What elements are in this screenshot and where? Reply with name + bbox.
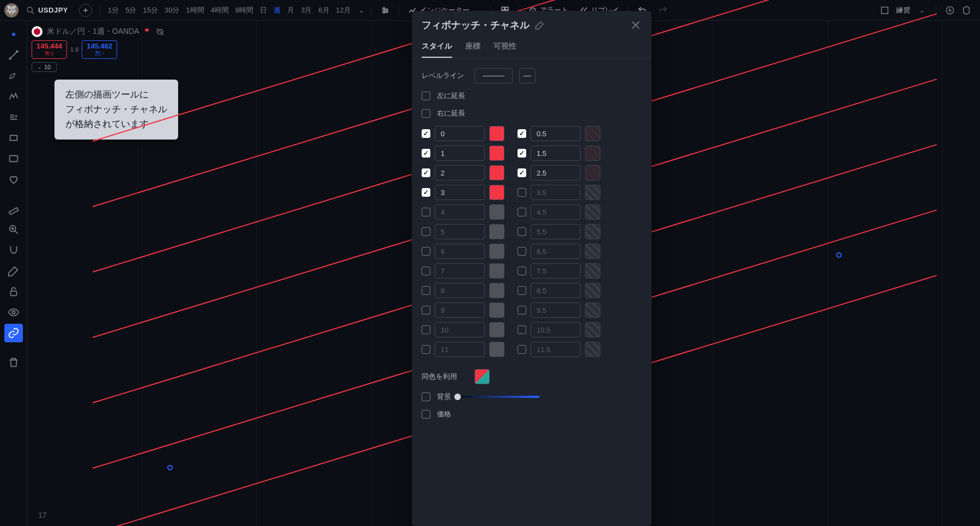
level-input[interactable]: [435, 165, 485, 180]
level-color-swatch[interactable]: [489, 224, 504, 239]
timeframe-5分[interactable]: 5分: [122, 3, 139, 17]
pencil-tool[interactable]: [4, 262, 23, 280]
level-input[interactable]: [531, 126, 581, 141]
price-checkbox[interactable]: [422, 410, 430, 419]
eye-tool[interactable]: [4, 303, 23, 322]
level-color-swatch[interactable]: [489, 185, 504, 200]
level-checkbox[interactable]: [422, 267, 430, 275]
level-checkbox[interactable]: [422, 168, 430, 177]
level-checkbox[interactable]: [422, 247, 430, 256]
pattern-tool[interactable]: [4, 87, 23, 106]
pencil-icon[interactable]: [535, 20, 545, 30]
cursor-tool[interactable]: [4, 25, 23, 44]
level-color-swatch[interactable]: [489, 146, 504, 161]
level-checkbox[interactable]: [422, 227, 430, 236]
layout-square-icon[interactable]: [880, 5, 890, 15]
level-input[interactable]: [531, 146, 581, 161]
ruler-tool[interactable]: [4, 199, 23, 218]
background-checkbox[interactable]: [422, 392, 430, 401]
timeframe-1時間[interactable]: 1時間: [182, 3, 207, 17]
extend-left-checkbox[interactable]: [422, 92, 430, 100]
timeframe-1分[interactable]: 1分: [105, 3, 122, 17]
timeframe-3月[interactable]: 3月: [297, 3, 315, 17]
level-input[interactable]: [531, 263, 581, 279]
level-checkbox[interactable]: [518, 149, 526, 158]
level-input[interactable]: [435, 146, 485, 161]
heart-tool[interactable]: [4, 170, 23, 189]
fib-handle-3[interactable]: [836, 252, 842, 258]
level-input[interactable]: [531, 165, 581, 180]
level-input[interactable]: [531, 283, 581, 298]
level-input[interactable]: [435, 303, 485, 318]
practice-button[interactable]: 練習: [896, 5, 910, 15]
level-input[interactable]: [435, 126, 485, 141]
level-checkbox[interactable]: [422, 149, 430, 158]
link-tool[interactable]: [4, 324, 23, 342]
magnet-tool[interactable]: [4, 241, 23, 259]
level-checkbox[interactable]: [422, 208, 430, 216]
level-checkbox[interactable]: [422, 306, 430, 315]
level-color-swatch[interactable]: [585, 165, 600, 180]
level-input[interactable]: [435, 244, 485, 259]
eye-off-icon[interactable]: [156, 27, 165, 36]
level-color-swatch[interactable]: [585, 263, 600, 279]
level-color-swatch[interactable]: [585, 283, 600, 298]
level-input[interactable]: [531, 244, 581, 259]
timeframe-月[interactable]: 月: [284, 3, 297, 17]
level-color-swatch[interactable]: [585, 244, 600, 259]
level-color-swatch[interactable]: [489, 126, 504, 141]
background-opacity-slider[interactable]: [458, 396, 539, 398]
level-input[interactable]: [435, 263, 485, 279]
line-width-select[interactable]: [519, 68, 535, 83]
forecast-tool[interactable]: [4, 108, 23, 126]
fib-tool[interactable]: [4, 66, 23, 85]
level-checkbox[interactable]: [518, 267, 526, 275]
level-input[interactable]: [435, 204, 485, 220]
timeframe-日[interactable]: 日: [257, 3, 270, 17]
buy-button[interactable]: 145.462 買い: [82, 40, 117, 59]
level-input[interactable]: [531, 303, 581, 318]
level-color-swatch[interactable]: [489, 244, 504, 259]
text-tool[interactable]: [4, 149, 23, 168]
level-color-swatch[interactable]: [585, 204, 600, 220]
fib-handle-1[interactable]: [167, 465, 173, 470]
level-input[interactable]: [435, 322, 485, 337]
level-color-swatch[interactable]: [489, 165, 504, 180]
timeframe-30分[interactable]: 30分: [161, 3, 182, 17]
timeframe-週[interactable]: 週: [270, 3, 284, 17]
level-color-swatch[interactable]: [489, 342, 504, 357]
settings-icon[interactable]: [961, 5, 971, 15]
level-color-swatch[interactable]: [585, 224, 600, 239]
line-style-select[interactable]: [474, 68, 513, 83]
level-input[interactable]: [435, 185, 485, 200]
same-color-swatch[interactable]: [474, 369, 490, 384]
level-input[interactable]: [531, 342, 581, 357]
level-color-swatch[interactable]: [489, 283, 504, 298]
trend-line-tool[interactable]: [4, 46, 23, 64]
trash-tool[interactable]: [4, 353, 23, 372]
level-checkbox[interactable]: [422, 188, 430, 197]
level-checkbox[interactable]: [518, 208, 526, 216]
tab-座標[interactable]: 座標: [465, 37, 480, 58]
level-checkbox[interactable]: [518, 345, 526, 354]
level-checkbox[interactable]: [518, 306, 526, 315]
tab-スタイル[interactable]: スタイル: [422, 37, 452, 58]
level-color-swatch[interactable]: [489, 204, 504, 220]
level-input[interactable]: [435, 224, 485, 239]
timeframe-8時間[interactable]: 8時間: [232, 3, 257, 17]
symbol-search[interactable]: USDJPY: [21, 4, 74, 17]
add-symbol-button[interactable]: [79, 4, 92, 17]
timeframe-12月[interactable]: 12月: [333, 3, 354, 17]
level-input[interactable]: [531, 224, 581, 239]
level-checkbox[interactable]: [422, 286, 430, 295]
level-checkbox[interactable]: [518, 168, 526, 177]
tab-可視性[interactable]: 可視性: [494, 37, 516, 58]
level-checkbox[interactable]: [518, 247, 526, 256]
qty-selector[interactable]: ⌄10: [32, 62, 57, 72]
flash-icon[interactable]: [945, 5, 955, 15]
avatar[interactable]: 🐺: [4, 3, 19, 17]
level-color-swatch[interactable]: [585, 322, 600, 337]
chevron-down-icon[interactable]: ⌄: [356, 6, 367, 14]
level-color-swatch[interactable]: [489, 303, 504, 318]
level-input[interactable]: [531, 185, 581, 200]
